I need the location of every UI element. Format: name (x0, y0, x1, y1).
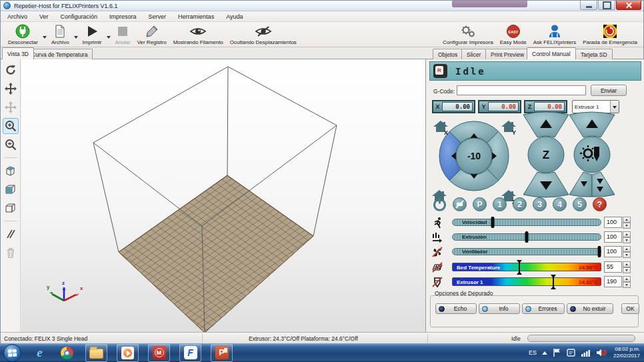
slider-handle[interactable] (553, 275, 554, 289)
ask-felixprinters-button[interactable]: Ask FELIXprinters (530, 23, 579, 47)
taskbar-makerware[interactable]: M (148, 344, 170, 362)
tab-print-preview[interactable]: Print Preview (485, 49, 529, 59)
preset-5-button[interactable]: 5 (573, 197, 587, 211)
menu-server[interactable]: Server (149, 13, 167, 20)
home-x-button[interactable]: X (433, 119, 449, 135)
app-icon (3, 2, 11, 9)
network-icon[interactable] (581, 348, 591, 357)
disconnect-button[interactable]: Desconectar (5, 23, 41, 47)
spin-down-icon[interactable] (623, 223, 631, 229)
dry-run-toggle[interactable]: No extuir (567, 303, 613, 314)
print-button[interactable]: Imprimir (79, 23, 105, 47)
gcode-input[interactable] (457, 85, 586, 95)
extruder-temp-slider[interactable]: Extrusor 1 24.31°C (452, 277, 601, 286)
tray-expand-icon[interactable] (542, 349, 547, 355)
disconnect-dropdown[interactable] (41, 28, 48, 47)
fan-slider[interactable]: Ventilador (452, 248, 601, 255)
hide-travel-button[interactable]: Ocultando Desplazamientos (227, 23, 300, 47)
echo-toggle[interactable]: Echo (435, 303, 477, 314)
help-button[interactable]: ? (593, 197, 607, 211)
show-log-button[interactable]: Ver Registro (134, 23, 170, 47)
delete-object-tool[interactable] (3, 245, 19, 261)
ok-button[interactable]: OK (621, 303, 639, 314)
x-position-box: X 0.00 (432, 100, 475, 113)
fit-view-tool[interactable] (3, 137, 19, 153)
emergency-stop-button[interactable]: Parada de Emergencia (579, 23, 641, 47)
isometric-view-tool[interactable] (3, 163, 19, 179)
close-button[interactable] (616, 1, 641, 10)
background-window-peek[interactable] (452, 1, 527, 7)
send-gcode-button[interactable]: Enviar (591, 85, 627, 96)
start-button[interactable] (3, 344, 21, 362)
load-file-button[interactable]: Archivo (48, 23, 73, 47)
spin-up-icon[interactable] (623, 276, 631, 282)
flow-slider[interactable]: Extrusión (452, 233, 601, 241)
menu-archivo[interactable]: Archivo (7, 13, 27, 20)
extrude-fast-button[interactable] (592, 172, 615, 197)
spin-down-icon[interactable] (623, 237, 631, 243)
show-filament-button[interactable]: Mostrando Filamento (170, 23, 227, 47)
spin-up-icon[interactable] (623, 217, 631, 223)
preset-3-button[interactable]: 3 (533, 197, 547, 211)
menu-ver[interactable]: Ver (39, 13, 49, 20)
menu-impresora[interactable]: Impresora (109, 13, 137, 20)
tab-objetos[interactable]: Objetos (433, 49, 463, 59)
maximize-button[interactable] (598, 1, 615, 10)
park-button[interactable]: P (473, 197, 487, 211)
front-view-tool[interactable] (3, 181, 19, 197)
spin-down-icon[interactable] (623, 267, 631, 273)
spin-up-icon[interactable] (623, 231, 631, 237)
minimize-button[interactable] (580, 1, 597, 10)
volume-muted-icon[interactable] (596, 348, 607, 357)
info-toggle[interactable]: Info (479, 303, 520, 314)
language-indicator[interactable]: ES (529, 349, 537, 356)
menu-herramientas[interactable]: Herramientas (178, 13, 214, 20)
parallel-projection-tool[interactable] (3, 226, 19, 242)
extrude-button[interactable] (569, 172, 592, 197)
spin-up-icon[interactable] (623, 261, 631, 267)
flag-icon[interactable] (553, 348, 561, 357)
preset-2-button[interactable]: 2 (513, 197, 527, 211)
easy-mode-button[interactable]: EASY Easy Mode (497, 23, 530, 47)
print-dropdown[interactable] (105, 28, 112, 47)
tab-slicer[interactable]: Slicer (461, 49, 486, 59)
speed-slider[interactable]: Velocidad (452, 219, 601, 226)
menu-ayuda[interactable]: Ayuda (226, 13, 243, 20)
motors-off-button[interactable] (453, 197, 467, 211)
spin-down-icon[interactable] (623, 252, 631, 258)
printer-settings-button[interactable]: Configurar Impresora (439, 23, 497, 47)
slider-handle[interactable] (525, 231, 529, 243)
slider-handle[interactable] (597, 246, 601, 257)
tab-tarjeta-sd[interactable]: Tarjeta SD (575, 49, 613, 59)
power-button[interactable] (433, 197, 447, 211)
taskbar-felix-app[interactable]: F (179, 344, 201, 362)
taskbar-internet-explorer[interactable]: e (31, 344, 49, 362)
menu-configuracion[interactable]: Configuración (61, 13, 98, 20)
preset-1-button[interactable]: 1 (493, 197, 507, 211)
taskbar-media-player[interactable] (117, 344, 139, 362)
rotate-view-tool[interactable] (3, 62, 19, 78)
spin-up-icon[interactable] (623, 246, 631, 252)
move-object-tool[interactable] (3, 99, 19, 115)
tab-control-manual[interactable]: Control Manual (527, 47, 576, 59)
taskbar-chrome[interactable] (58, 344, 76, 362)
spin-down-icon[interactable] (623, 282, 631, 288)
viewport-3d[interactable]: y z x (21, 59, 425, 332)
taskbar-clock[interactable]: 08:02 p.m. 22/02/2017 (613, 346, 640, 359)
tab-vista-3d[interactable]: Vista 3D (2, 47, 34, 59)
taskbar-file-explorer[interactable] (85, 344, 107, 362)
move-view-tool[interactable] (3, 81, 19, 97)
preset-4-button[interactable]: 4 (553, 197, 567, 211)
tool-separator (4, 157, 17, 158)
tab-curva-temperatura[interactable]: Curva de Temperatura (26, 49, 93, 59)
perspective-view-tool[interactable] (3, 200, 19, 216)
taskbar-powerpoint[interactable]: P (211, 344, 233, 362)
action-center-icon[interactable] (567, 348, 575, 357)
home-y-button[interactable]: Y (501, 119, 517, 135)
bed-temp-slider[interactable]: Bed Temperature 24.58°C (452, 263, 601, 271)
errors-toggle[interactable]: Errores (522, 303, 565, 314)
load-file-dropdown[interactable] (73, 28, 79, 47)
slider-handle[interactable] (519, 261, 520, 274)
zoom-tool[interactable] (3, 118, 19, 134)
slider-handle[interactable] (491, 217, 494, 228)
